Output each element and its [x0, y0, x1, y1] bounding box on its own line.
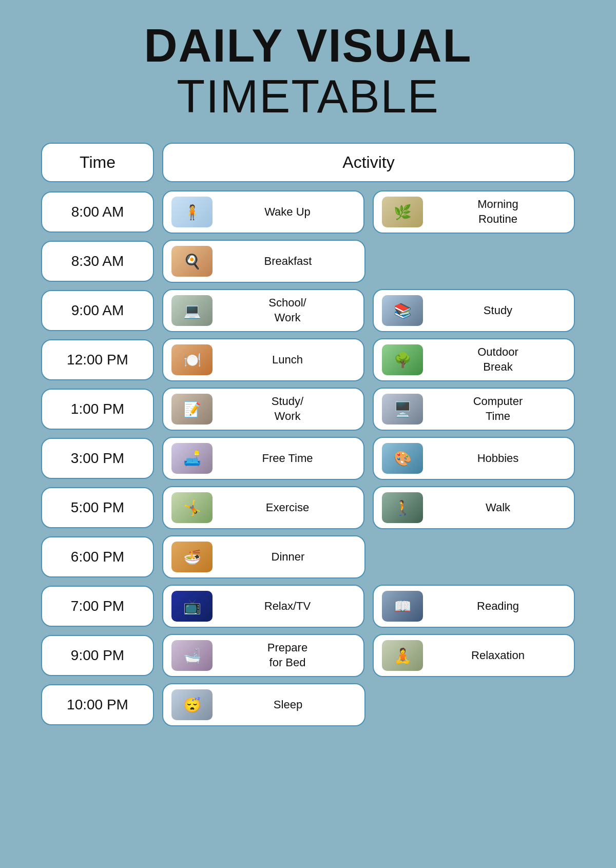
activity-card-right: 🌳Outdoor Break — [373, 338, 575, 381]
title-light: TIMETABLE — [144, 71, 472, 122]
activity-card-right: 🚶Walk — [373, 486, 575, 529]
table-row: 6:00 PM🍜Dinner — [41, 535, 575, 578]
activities-col: 📺Relax/TV📖Reading — [162, 585, 575, 628]
activity-image: 🍳 — [171, 246, 213, 277]
activities-col: 🍳Breakfast — [162, 240, 575, 283]
activity-label: Wake Up — [220, 205, 355, 220]
table-row: 10:00 PM😴Sleep — [41, 683, 575, 726]
activity-label: Reading — [430, 599, 566, 614]
timetable: Time Activity 8:00 AM🧍Wake Up🌿Morning Ro… — [41, 143, 575, 732]
table-header: Time Activity — [41, 143, 575, 182]
activity-image: 🖥️ — [382, 394, 423, 425]
activity-card-left: 📝Study/ Work — [162, 388, 364, 431]
activity-card-left: 🛋️Free Time — [162, 437, 364, 480]
activities-col: 🤸Exercise🚶Walk — [162, 486, 575, 529]
activity-image: 🌿 — [382, 197, 423, 227]
activity-card-left: 📺Relax/TV — [162, 585, 364, 628]
time-cell: 3:00 PM — [41, 438, 154, 479]
activity-label: Prepare for Bed — [220, 641, 355, 670]
activity-label: Exercise — [220, 500, 355, 515]
activity-card-left: 🤸Exercise — [162, 486, 364, 529]
activity-card-right: 📚Study — [373, 289, 575, 332]
table-row: 3:00 PM🛋️Free Time🎨Hobbies — [41, 437, 575, 480]
activity-card-empty — [374, 240, 575, 283]
time-cell: 7:00 PM — [41, 586, 154, 627]
activity-image: 🧍 — [171, 197, 213, 227]
activity-card-empty — [374, 683, 575, 726]
activity-label: Relaxation — [430, 648, 566, 663]
activities-col: 🛋️Free Time🎨Hobbies — [162, 437, 575, 480]
activity-label: Study/ Work — [220, 394, 355, 423]
activities-col: 🍽️Lunch🌳Outdoor Break — [162, 338, 575, 381]
activity-card-right: 🖥️Computer Time — [373, 388, 575, 431]
activity-image: 🤸 — [171, 492, 213, 523]
header-activity-cell: Activity — [162, 143, 575, 182]
activity-image: 🌳 — [382, 344, 423, 375]
activity-card-left: 🍽️Lunch — [162, 338, 364, 381]
table-row: 12:00 PM🍽️Lunch🌳Outdoor Break — [41, 338, 575, 381]
table-row: 9:00 PM🛁Prepare for Bed🧘Relaxation — [41, 634, 575, 677]
table-row: 1:00 PM📝Study/ Work🖥️Computer Time — [41, 388, 575, 431]
table-row: 8:30 AM🍳Breakfast — [41, 240, 575, 283]
activity-card-right: 🎨Hobbies — [373, 437, 575, 480]
time-cell: 8:00 AM — [41, 191, 154, 233]
rows-container: 8:00 AM🧍Wake Up🌿Morning Routine8:30 AM🍳B… — [41, 190, 575, 726]
time-cell: 1:00 PM — [41, 389, 154, 430]
activity-label: Computer Time — [430, 394, 566, 423]
activities-col: 🧍Wake Up🌿Morning Routine — [162, 190, 575, 234]
activity-image: 🚶 — [382, 492, 423, 523]
activity-card-right: 🧘Relaxation — [373, 634, 575, 677]
activity-label: Hobbies — [430, 451, 566, 466]
activity-image: 🧘 — [382, 640, 423, 671]
activity-label: Relax/TV — [220, 599, 355, 614]
time-cell: 5:00 PM — [41, 487, 154, 528]
header-time-cell: Time — [41, 143, 154, 182]
activities-col: 📝Study/ Work🖥️Computer Time — [162, 388, 575, 431]
activity-image: 😴 — [171, 689, 213, 720]
table-row: 5:00 PM🤸Exercise🚶Walk — [41, 486, 575, 529]
activity-label: Dinner — [220, 550, 356, 565]
activity-card-right: 🌿Morning Routine — [373, 190, 575, 234]
time-cell: 10:00 PM — [41, 684, 154, 725]
table-row: 9:00 AM💻School/ Work📚Study — [41, 289, 575, 332]
activity-card-left: 🛁Prepare for Bed — [162, 634, 364, 677]
activity-image: 🎨 — [382, 443, 423, 474]
activity-card-left: 🧍Wake Up — [162, 190, 364, 234]
activity-card-right: 📖Reading — [373, 585, 575, 628]
page-title: DAILY VISUAL TIMETABLE — [144, 21, 472, 122]
activity-label: Study — [430, 303, 566, 318]
activity-card-left: 💻School/ Work — [162, 289, 364, 332]
activities-col: 🛁Prepare for Bed🧘Relaxation — [162, 634, 575, 677]
activity-image: 📺 — [171, 591, 213, 622]
time-cell: 12:00 PM — [41, 339, 154, 380]
activity-card-left: 😴Sleep — [162, 683, 365, 726]
title-bold: DAILY VISUAL — [144, 21, 472, 71]
activity-image: 💻 — [171, 295, 213, 326]
activity-image: 📚 — [382, 295, 423, 326]
activity-card-left: 🍳Breakfast — [162, 240, 365, 283]
activity-label: Morning Routine — [430, 197, 566, 226]
activity-card-left: 🍜Dinner — [162, 535, 365, 578]
activity-image: 🍜 — [171, 542, 213, 572]
activity-image: 📖 — [382, 591, 423, 622]
time-cell: 9:00 PM — [41, 635, 154, 676]
activity-label: Free Time — [220, 451, 355, 466]
table-row: 8:00 AM🧍Wake Up🌿Morning Routine — [41, 190, 575, 234]
activity-label: Sleep — [220, 698, 356, 712]
activities-col: 💻School/ Work📚Study — [162, 289, 575, 332]
activity-label: Breakfast — [220, 254, 356, 269]
time-cell: 6:00 PM — [41, 536, 154, 577]
activity-image: 🍽️ — [171, 344, 213, 375]
activities-col: 😴Sleep — [162, 683, 575, 726]
activity-image: 🛁 — [171, 640, 213, 671]
activity-image: 📝 — [171, 394, 213, 425]
activity-label: Walk — [430, 500, 566, 515]
activity-label: School/ Work — [220, 296, 355, 325]
activities-col: 🍜Dinner — [162, 535, 575, 578]
activity-card-empty — [374, 535, 575, 578]
activity-image: 🛋️ — [171, 443, 213, 474]
activity-label: Lunch — [220, 353, 355, 368]
activity-label: Outdoor Break — [430, 345, 566, 374]
time-cell: 9:00 AM — [41, 290, 154, 331]
time-cell: 8:30 AM — [41, 241, 154, 282]
